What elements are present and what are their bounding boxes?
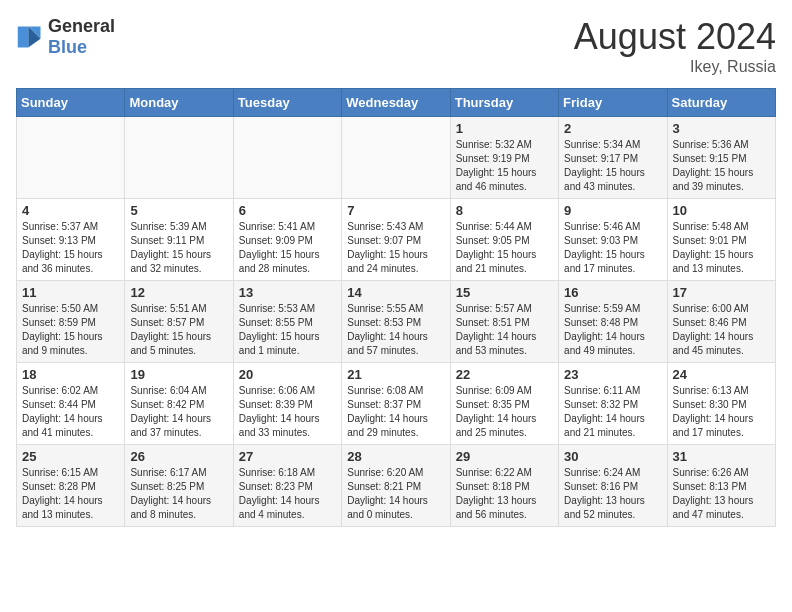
- day-info: Sunrise: 6:18 AMSunset: 8:23 PMDaylight:…: [239, 466, 336, 522]
- weekday-header-tuesday: Tuesday: [233, 89, 341, 117]
- day-info: Sunrise: 6:09 AMSunset: 8:35 PMDaylight:…: [456, 384, 553, 440]
- day-number: 5: [130, 203, 227, 218]
- calendar-cell: 3 Sunrise: 5:36 AMSunset: 9:15 PMDayligh…: [667, 117, 775, 199]
- day-info: Sunrise: 5:51 AMSunset: 8:57 PMDaylight:…: [130, 302, 227, 358]
- day-info: Sunrise: 5:48 AMSunset: 9:01 PMDaylight:…: [673, 220, 770, 276]
- day-number: 28: [347, 449, 444, 464]
- week-row-4: 18 Sunrise: 6:02 AMSunset: 8:44 PMDaylig…: [17, 363, 776, 445]
- calendar-cell: 13 Sunrise: 5:53 AMSunset: 8:55 PMDaylig…: [233, 281, 341, 363]
- calendar-cell: 30 Sunrise: 6:24 AMSunset: 8:16 PMDaylig…: [559, 445, 667, 527]
- calendar-cell: [342, 117, 450, 199]
- calendar-cell: [125, 117, 233, 199]
- day-info: Sunrise: 5:34 AMSunset: 9:17 PMDaylight:…: [564, 138, 661, 194]
- calendar-cell: 20 Sunrise: 6:06 AMSunset: 8:39 PMDaylig…: [233, 363, 341, 445]
- day-info: Sunrise: 6:00 AMSunset: 8:46 PMDaylight:…: [673, 302, 770, 358]
- calendar-cell: 29 Sunrise: 6:22 AMSunset: 8:18 PMDaylig…: [450, 445, 558, 527]
- calendar-cell: 11 Sunrise: 5:50 AMSunset: 8:59 PMDaylig…: [17, 281, 125, 363]
- weekday-header-saturday: Saturday: [667, 89, 775, 117]
- day-number: 22: [456, 367, 553, 382]
- calendar-cell: 7 Sunrise: 5:43 AMSunset: 9:07 PMDayligh…: [342, 199, 450, 281]
- week-row-2: 4 Sunrise: 5:37 AMSunset: 9:13 PMDayligh…: [17, 199, 776, 281]
- day-number: 11: [22, 285, 119, 300]
- calendar-cell: 24 Sunrise: 6:13 AMSunset: 8:30 PMDaylig…: [667, 363, 775, 445]
- day-number: 10: [673, 203, 770, 218]
- calendar-cell: [233, 117, 341, 199]
- calendar-cell: 22 Sunrise: 6:09 AMSunset: 8:35 PMDaylig…: [450, 363, 558, 445]
- day-info: Sunrise: 6:22 AMSunset: 8:18 PMDaylight:…: [456, 466, 553, 522]
- calendar-cell: 27 Sunrise: 6:18 AMSunset: 8:23 PMDaylig…: [233, 445, 341, 527]
- weekday-header-thursday: Thursday: [450, 89, 558, 117]
- day-number: 26: [130, 449, 227, 464]
- calendar-table: SundayMondayTuesdayWednesdayThursdayFrid…: [16, 88, 776, 527]
- calendar-cell: 15 Sunrise: 5:57 AMSunset: 8:51 PMDaylig…: [450, 281, 558, 363]
- week-row-1: 1 Sunrise: 5:32 AMSunset: 9:19 PMDayligh…: [17, 117, 776, 199]
- day-number: 4: [22, 203, 119, 218]
- day-info: Sunrise: 5:39 AMSunset: 9:11 PMDaylight:…: [130, 220, 227, 276]
- day-number: 7: [347, 203, 444, 218]
- day-info: Sunrise: 6:04 AMSunset: 8:42 PMDaylight:…: [130, 384, 227, 440]
- logo-icon: [16, 23, 44, 51]
- calendar-cell: 28 Sunrise: 6:20 AMSunset: 8:21 PMDaylig…: [342, 445, 450, 527]
- location: Ikey, Russia: [574, 58, 776, 76]
- day-info: Sunrise: 5:41 AMSunset: 9:09 PMDaylight:…: [239, 220, 336, 276]
- day-info: Sunrise: 5:59 AMSunset: 8:48 PMDaylight:…: [564, 302, 661, 358]
- weekday-header-sunday: Sunday: [17, 89, 125, 117]
- day-info: Sunrise: 5:46 AMSunset: 9:03 PMDaylight:…: [564, 220, 661, 276]
- weekday-header-friday: Friday: [559, 89, 667, 117]
- day-info: Sunrise: 6:02 AMSunset: 8:44 PMDaylight:…: [22, 384, 119, 440]
- calendar-cell: 16 Sunrise: 5:59 AMSunset: 8:48 PMDaylig…: [559, 281, 667, 363]
- calendar-cell: 14 Sunrise: 5:55 AMSunset: 8:53 PMDaylig…: [342, 281, 450, 363]
- day-number: 24: [673, 367, 770, 382]
- day-info: Sunrise: 5:43 AMSunset: 9:07 PMDaylight:…: [347, 220, 444, 276]
- weekday-header-wednesday: Wednesday: [342, 89, 450, 117]
- day-info: Sunrise: 5:57 AMSunset: 8:51 PMDaylight:…: [456, 302, 553, 358]
- day-number: 20: [239, 367, 336, 382]
- day-number: 16: [564, 285, 661, 300]
- day-number: 2: [564, 121, 661, 136]
- calendar-cell: 19 Sunrise: 6:04 AMSunset: 8:42 PMDaylig…: [125, 363, 233, 445]
- calendar-cell: 18 Sunrise: 6:02 AMSunset: 8:44 PMDaylig…: [17, 363, 125, 445]
- svg-rect-2: [18, 27, 29, 48]
- day-number: 23: [564, 367, 661, 382]
- calendar-cell: 21 Sunrise: 6:08 AMSunset: 8:37 PMDaylig…: [342, 363, 450, 445]
- calendar-cell: [17, 117, 125, 199]
- weekday-header-monday: Monday: [125, 89, 233, 117]
- calendar-cell: 23 Sunrise: 6:11 AMSunset: 8:32 PMDaylig…: [559, 363, 667, 445]
- day-number: 25: [22, 449, 119, 464]
- calendar-cell: 4 Sunrise: 5:37 AMSunset: 9:13 PMDayligh…: [17, 199, 125, 281]
- week-row-3: 11 Sunrise: 5:50 AMSunset: 8:59 PMDaylig…: [17, 281, 776, 363]
- day-number: 12: [130, 285, 227, 300]
- calendar-cell: 17 Sunrise: 6:00 AMSunset: 8:46 PMDaylig…: [667, 281, 775, 363]
- title-block: August 2024 Ikey, Russia: [574, 16, 776, 76]
- day-info: Sunrise: 6:11 AMSunset: 8:32 PMDaylight:…: [564, 384, 661, 440]
- calendar-cell: 6 Sunrise: 5:41 AMSunset: 9:09 PMDayligh…: [233, 199, 341, 281]
- day-info: Sunrise: 6:24 AMSunset: 8:16 PMDaylight:…: [564, 466, 661, 522]
- calendar-cell: 9 Sunrise: 5:46 AMSunset: 9:03 PMDayligh…: [559, 199, 667, 281]
- calendar-cell: 25 Sunrise: 6:15 AMSunset: 8:28 PMDaylig…: [17, 445, 125, 527]
- day-info: Sunrise: 5:36 AMSunset: 9:15 PMDaylight:…: [673, 138, 770, 194]
- logo: General Blue: [16, 16, 115, 58]
- day-info: Sunrise: 5:32 AMSunset: 9:19 PMDaylight:…: [456, 138, 553, 194]
- day-number: 27: [239, 449, 336, 464]
- day-info: Sunrise: 5:44 AMSunset: 9:05 PMDaylight:…: [456, 220, 553, 276]
- day-number: 31: [673, 449, 770, 464]
- day-number: 18: [22, 367, 119, 382]
- day-info: Sunrise: 6:13 AMSunset: 8:30 PMDaylight:…: [673, 384, 770, 440]
- calendar-cell: 5 Sunrise: 5:39 AMSunset: 9:11 PMDayligh…: [125, 199, 233, 281]
- page-header: General Blue August 2024 Ikey, Russia: [16, 16, 776, 76]
- week-row-5: 25 Sunrise: 6:15 AMSunset: 8:28 PMDaylig…: [17, 445, 776, 527]
- day-number: 30: [564, 449, 661, 464]
- month-title: August 2024: [574, 16, 776, 58]
- calendar-cell: 2 Sunrise: 5:34 AMSunset: 9:17 PMDayligh…: [559, 117, 667, 199]
- day-number: 15: [456, 285, 553, 300]
- weekday-header-row: SundayMondayTuesdayWednesdayThursdayFrid…: [17, 89, 776, 117]
- day-info: Sunrise: 5:37 AMSunset: 9:13 PMDaylight:…: [22, 220, 119, 276]
- day-number: 1: [456, 121, 553, 136]
- day-number: 9: [564, 203, 661, 218]
- calendar-cell: 26 Sunrise: 6:17 AMSunset: 8:25 PMDaylig…: [125, 445, 233, 527]
- calendar-cell: 10 Sunrise: 5:48 AMSunset: 9:01 PMDaylig…: [667, 199, 775, 281]
- logo-text: General Blue: [48, 16, 115, 58]
- day-number: 21: [347, 367, 444, 382]
- day-info: Sunrise: 6:20 AMSunset: 8:21 PMDaylight:…: [347, 466, 444, 522]
- day-info: Sunrise: 6:26 AMSunset: 8:13 PMDaylight:…: [673, 466, 770, 522]
